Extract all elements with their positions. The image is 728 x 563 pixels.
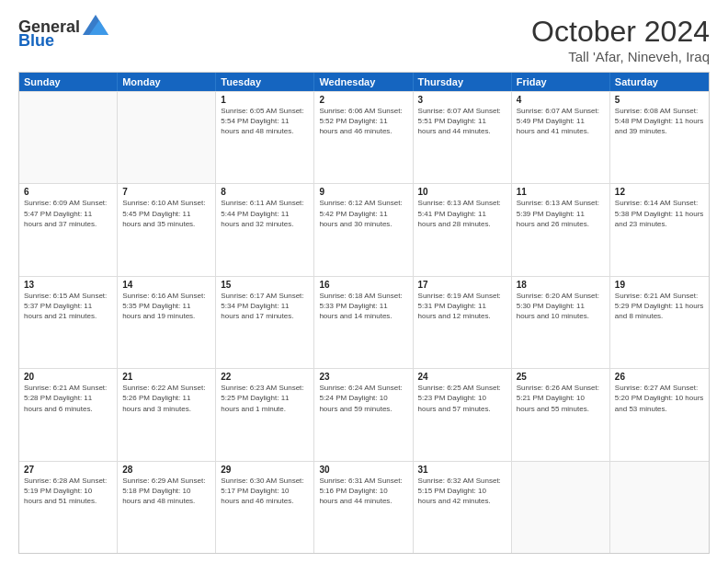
day-info: Sunrise: 6:18 AM Sunset: 5:33 PM Dayligh…	[319, 291, 407, 322]
calendar-row-4: 27Sunrise: 6:28 AM Sunset: 5:19 PM Dayli…	[19, 461, 709, 553]
day-info: Sunrise: 6:29 AM Sunset: 5:18 PM Dayligh…	[122, 476, 210, 507]
cell-day-6: 6Sunrise: 6:09 AM Sunset: 5:47 PM Daylig…	[19, 184, 118, 275]
day-info: Sunrise: 6:12 AM Sunset: 5:42 PM Dayligh…	[319, 198, 407, 229]
logo-icon	[83, 15, 108, 35]
day-info: Sunrise: 6:21 AM Sunset: 5:28 PM Dayligh…	[24, 383, 112, 414]
cell-day-19: 19Sunrise: 6:21 AM Sunset: 5:29 PM Dayli…	[610, 277, 709, 368]
day-number: 24	[418, 372, 506, 382]
cell-day-13: 13Sunrise: 6:15 AM Sunset: 5:37 PM Dayli…	[19, 277, 118, 368]
cell-day-21: 21Sunrise: 6:22 AM Sunset: 5:26 PM Dayli…	[118, 369, 216, 460]
cell-day-30: 30Sunrise: 6:31 AM Sunset: 5:16 PM Dayli…	[314, 462, 413, 553]
header-cell-saturday: Saturday	[610, 73, 709, 91]
day-number: 13	[24, 280, 112, 290]
header-cell-sunday: Sunday	[19, 73, 118, 91]
cell-day-17: 17Sunrise: 6:19 AM Sunset: 5:31 PM Dayli…	[414, 277, 512, 368]
day-info: Sunrise: 6:23 AM Sunset: 5:25 PM Dayligh…	[221, 383, 309, 414]
day-number: 2	[319, 95, 407, 105]
cell-empty-4-6	[610, 462, 709, 553]
logo-blue: Blue	[18, 31, 54, 51]
day-number: 9	[319, 187, 407, 197]
day-number: 17	[418, 280, 506, 290]
day-info: Sunrise: 6:22 AM Sunset: 5:26 PM Dayligh…	[122, 383, 210, 414]
day-info: Sunrise: 6:17 AM Sunset: 5:34 PM Dayligh…	[221, 291, 309, 322]
day-info: Sunrise: 6:28 AM Sunset: 5:19 PM Dayligh…	[24, 476, 112, 507]
day-info: Sunrise: 6:13 AM Sunset: 5:39 PM Dayligh…	[517, 198, 605, 229]
day-info: Sunrise: 6:25 AM Sunset: 5:23 PM Dayligh…	[418, 383, 506, 414]
calendar-row-3: 20Sunrise: 6:21 AM Sunset: 5:28 PM Dayli…	[19, 368, 709, 460]
day-number: 19	[615, 280, 704, 290]
cell-day-2: 2Sunrise: 6:06 AM Sunset: 5:52 PM Daylig…	[314, 92, 413, 183]
header: General Blue October 2024 Tall 'Afar, Ni…	[18, 15, 710, 64]
cell-day-8: 8Sunrise: 6:11 AM Sunset: 5:44 PM Daylig…	[216, 184, 314, 275]
day-info: Sunrise: 6:11 AM Sunset: 5:44 PM Dayligh…	[221, 198, 309, 229]
day-info: Sunrise: 6:31 AM Sunset: 5:16 PM Dayligh…	[319, 476, 407, 507]
logo: General Blue	[18, 15, 108, 51]
day-number: 3	[418, 95, 506, 105]
cell-day-27: 27Sunrise: 6:28 AM Sunset: 5:19 PM Dayli…	[19, 462, 118, 553]
day-number: 15	[221, 280, 309, 290]
cell-day-23: 23Sunrise: 6:24 AM Sunset: 5:24 PM Dayli…	[314, 369, 413, 460]
header-cell-tuesday: Tuesday	[216, 73, 314, 91]
cell-day-25: 25Sunrise: 6:26 AM Sunset: 5:21 PM Dayli…	[512, 369, 610, 460]
subtitle: Tall 'Afar, Nineveh, Iraq	[531, 49, 710, 64]
cell-day-22: 22Sunrise: 6:23 AM Sunset: 5:25 PM Dayli…	[216, 369, 314, 460]
day-info: Sunrise: 6:27 AM Sunset: 5:20 PM Dayligh…	[615, 383, 704, 414]
calendar-row-1: 6Sunrise: 6:09 AM Sunset: 5:47 PM Daylig…	[19, 183, 709, 275]
day-number: 25	[517, 372, 605, 382]
cell-day-29: 29Sunrise: 6:30 AM Sunset: 5:17 PM Dayli…	[216, 462, 314, 553]
day-number: 27	[24, 465, 112, 475]
day-number: 22	[221, 372, 309, 382]
day-number: 21	[122, 372, 210, 382]
cell-day-14: 14Sunrise: 6:16 AM Sunset: 5:35 PM Dayli…	[118, 277, 216, 368]
cell-day-31: 31Sunrise: 6:32 AM Sunset: 5:15 PM Dayli…	[414, 462, 512, 553]
day-info: Sunrise: 6:13 AM Sunset: 5:41 PM Dayligh…	[418, 198, 506, 229]
page: General Blue October 2024 Tall 'Afar, Ni…	[0, 0, 728, 563]
header-cell-monday: Monday	[118, 73, 216, 91]
cell-day-9: 9Sunrise: 6:12 AM Sunset: 5:42 PM Daylig…	[314, 184, 413, 275]
cell-day-28: 28Sunrise: 6:29 AM Sunset: 5:18 PM Dayli…	[118, 462, 216, 553]
cell-day-16: 16Sunrise: 6:18 AM Sunset: 5:33 PM Dayli…	[314, 277, 413, 368]
day-number: 28	[122, 465, 210, 475]
day-info: Sunrise: 6:30 AM Sunset: 5:17 PM Dayligh…	[221, 476, 309, 507]
day-info: Sunrise: 6:08 AM Sunset: 5:48 PM Dayligh…	[615, 106, 704, 137]
cell-day-18: 18Sunrise: 6:20 AM Sunset: 5:30 PM Dayli…	[512, 277, 610, 368]
day-info: Sunrise: 6:07 AM Sunset: 5:51 PM Dayligh…	[418, 106, 506, 137]
day-number: 20	[24, 372, 112, 382]
calendar-row-2: 13Sunrise: 6:15 AM Sunset: 5:37 PM Dayli…	[19, 276, 709, 368]
day-number: 11	[517, 187, 605, 197]
cell-day-4: 4Sunrise: 6:07 AM Sunset: 5:49 PM Daylig…	[512, 92, 610, 183]
day-number: 7	[122, 187, 210, 197]
day-number: 5	[615, 95, 704, 105]
day-number: 4	[517, 95, 605, 105]
day-info: Sunrise: 6:19 AM Sunset: 5:31 PM Dayligh…	[418, 291, 506, 322]
cell-empty-0-0	[19, 92, 118, 183]
day-info: Sunrise: 6:05 AM Sunset: 5:54 PM Dayligh…	[221, 106, 309, 137]
cell-day-3: 3Sunrise: 6:07 AM Sunset: 5:51 PM Daylig…	[414, 92, 512, 183]
day-info: Sunrise: 6:15 AM Sunset: 5:37 PM Dayligh…	[24, 291, 112, 322]
day-number: 6	[24, 187, 112, 197]
day-number: 16	[319, 280, 407, 290]
main-title: October 2024	[531, 15, 710, 49]
header-cell-thursday: Thursday	[414, 73, 512, 91]
day-info: Sunrise: 6:14 AM Sunset: 5:38 PM Dayligh…	[615, 198, 704, 229]
day-info: Sunrise: 6:07 AM Sunset: 5:49 PM Dayligh…	[517, 106, 605, 137]
day-number: 31	[418, 465, 506, 475]
day-number: 26	[615, 372, 704, 382]
calendar: SundayMondayTuesdayWednesdayThursdayFrid…	[18, 72, 710, 554]
cell-day-11: 11Sunrise: 6:13 AM Sunset: 5:39 PM Dayli…	[512, 184, 610, 275]
title-block: October 2024 Tall 'Afar, Nineveh, Iraq	[531, 15, 710, 64]
day-number: 30	[319, 465, 407, 475]
day-info: Sunrise: 6:24 AM Sunset: 5:24 PM Dayligh…	[319, 383, 407, 414]
cell-day-15: 15Sunrise: 6:17 AM Sunset: 5:34 PM Dayli…	[216, 277, 314, 368]
day-number: 23	[319, 372, 407, 382]
header-cell-friday: Friday	[512, 73, 610, 91]
cell-day-1: 1Sunrise: 6:05 AM Sunset: 5:54 PM Daylig…	[216, 92, 314, 183]
cell-day-20: 20Sunrise: 6:21 AM Sunset: 5:28 PM Dayli…	[19, 369, 118, 460]
day-number: 29	[221, 465, 309, 475]
calendar-header: SundayMondayTuesdayWednesdayThursdayFrid…	[19, 73, 709, 91]
day-info: Sunrise: 6:21 AM Sunset: 5:29 PM Dayligh…	[615, 291, 704, 322]
cell-day-7: 7Sunrise: 6:10 AM Sunset: 5:45 PM Daylig…	[118, 184, 216, 275]
day-number: 1	[221, 95, 309, 105]
day-info: Sunrise: 6:32 AM Sunset: 5:15 PM Dayligh…	[418, 476, 506, 507]
day-info: Sunrise: 6:16 AM Sunset: 5:35 PM Dayligh…	[122, 291, 210, 322]
